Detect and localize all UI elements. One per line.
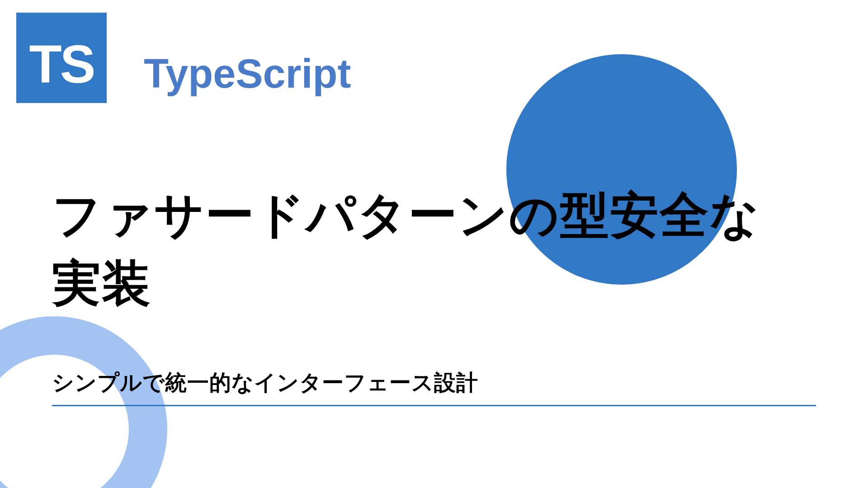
decorative-ring — [0, 316, 167, 488]
subtitle-underline — [52, 405, 816, 406]
slide-title: ファサードパターンの型安全な実装 — [52, 181, 784, 317]
brand-name: TypeScript — [144, 51, 351, 97]
slide-subtitle: シンプルで統一的なインターフェース設計 — [52, 368, 478, 397]
typescript-logo: TS — [16, 13, 107, 103]
logo-text: TS — [29, 33, 94, 95]
